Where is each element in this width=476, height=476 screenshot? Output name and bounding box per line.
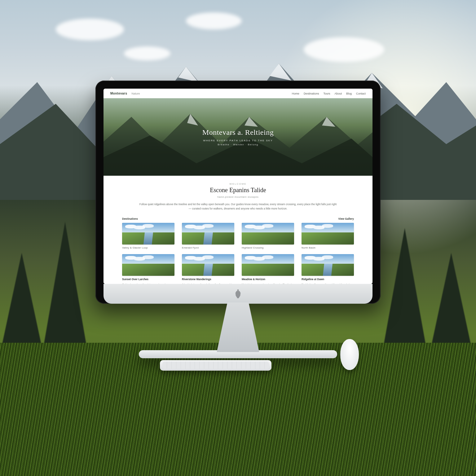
gallery-card[interactable]: Meadow & Horizon Waist-high grass under … [242, 254, 294, 284]
card-title: Riverstone Wanderings [182, 278, 234, 281]
nav-link[interactable]: Destinations [304, 92, 319, 95]
section-labels: Destinations View Gallery [104, 214, 372, 222]
brand-tagline: Nature [132, 92, 140, 95]
monitor-screen: Montevars Nature Home Destinations Tours… [104, 89, 372, 284]
outdoor-scene: Montevars Nature Home Destinations Tours… [0, 0, 476, 476]
card-title: Sunset Over Larches [122, 278, 174, 281]
thumbnail [302, 254, 354, 276]
intro-section: Welcome Escone Epanins Talide hand-picke… [104, 176, 372, 214]
intro-eyebrow: Welcome [122, 183, 354, 185]
gallery-card[interactable]: Sunset Over Larches Golden hour above th… [122, 254, 174, 284]
thumbnail [182, 254, 234, 276]
gallery-card[interactable]: Ridgeline at Dawn First light spills acr… [302, 254, 354, 284]
imac: Montevars Nature Home Destinations Tours… [95, 81, 381, 358]
gallery-grid: Valley & Glacier Loop Emerald Fjord High… [104, 222, 372, 284]
brand[interactable]: Montevars Nature [110, 92, 140, 95]
thumbnail [122, 254, 174, 276]
hero-title: Montevars a. Reltieing [202, 128, 274, 137]
thumbnail-caption: Valley & Glacier Loop [122, 246, 174, 249]
thumbnail-caption: North Basin [302, 246, 354, 249]
primary-nav: Home Destinations Tours About Blog Conta… [292, 92, 366, 95]
label-right[interactable]: View Gallery [338, 217, 354, 220]
gallery-card[interactable]: Riverstone Wanderings A braided stream t… [182, 254, 234, 284]
intro-body: Follow quiet ridgelines above the treeli… [139, 202, 337, 211]
card-title: Ridgeline at Dawn [302, 278, 354, 281]
nav-link[interactable]: Contact [356, 92, 366, 95]
apple-logo-icon [234, 289, 242, 298]
monitor-chin [104, 284, 372, 304]
site-header: Montevars Nature Home Destinations Tours… [104, 89, 372, 98]
brand-logo: Montevars [110, 92, 127, 95]
gallery-card[interactable]: Emerald Fjord [182, 223, 234, 249]
gallery-card[interactable]: Valley & Glacier Loop [122, 223, 174, 249]
thumbnail [122, 223, 174, 245]
hero: Montevars a. Reltieing Where every path … [104, 98, 372, 176]
cloud [56, 19, 124, 40]
intro-heading: Escone Epanins Talide [122, 187, 354, 194]
nav-link[interactable]: Tours [323, 92, 330, 95]
monitor-stand [209, 302, 267, 352]
thumbnail-caption: Highland Crossing [242, 246, 294, 249]
thumbnail [242, 223, 294, 245]
hero-subtitle: Where every path leads to the sky [203, 139, 273, 142]
gallery-card[interactable]: North Basin [302, 223, 354, 249]
svg-marker-9 [245, 117, 258, 127]
keyboard [160, 360, 271, 371]
nav-link[interactable]: Home [292, 92, 299, 95]
cloud [186, 12, 242, 29]
card-title: Meadow & Horizon [242, 278, 294, 281]
nav-link[interactable]: Blog [346, 92, 352, 95]
mouse [340, 339, 359, 370]
thumbnail [302, 223, 354, 245]
label-left: Destinations [122, 217, 138, 220]
card-desc: Waist-high grass under a travelling sky.… [242, 283, 294, 284]
card-desc: First light spills across the saddle and… [302, 283, 354, 284]
monitor-bezel: Montevars Nature Home Destinations Tours… [95, 81, 381, 304]
thumbnail [182, 223, 234, 245]
hero-mountains [104, 98, 372, 176]
thumbnail-caption: Emerald Fjord [182, 246, 234, 249]
card-desc: Golden hour above the alpine meadow, whe… [122, 283, 174, 284]
card-desc: A braided stream threads the valley floo… [182, 283, 234, 284]
hero-line2: Breathe · Wander · Belong [218, 143, 258, 146]
website: Montevars Nature Home Destinations Tours… [104, 89, 372, 284]
gallery-card[interactable]: Highland Crossing [242, 223, 294, 249]
svg-marker-10 [322, 117, 335, 127]
nav-link[interactable]: About [334, 92, 342, 95]
intro-mini: hand-picked mountain escapes [122, 196, 354, 198]
thumbnail [242, 254, 294, 276]
